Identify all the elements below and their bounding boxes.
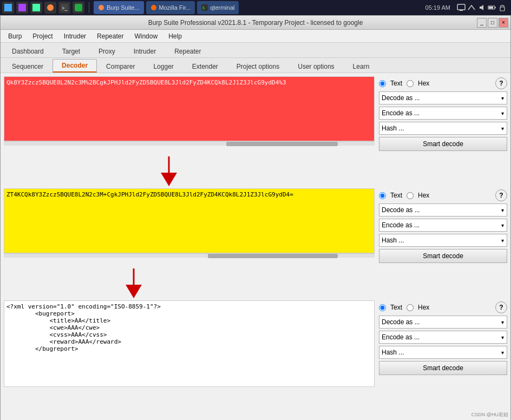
minimize-button[interactable]: _ — [477, 18, 487, 28]
menu-window[interactable]: Window — [129, 31, 163, 41]
encode-as-select-3[interactable]: Encode as ... — [379, 331, 507, 344]
radio-text-2[interactable] — [379, 192, 386, 199]
svg-rect-6 — [75, 4, 82, 11]
tab-dashboard[interactable]: Dashboard — [3, 45, 53, 57]
hash-select-3[interactable]: Hash ... — [379, 346, 507, 359]
taskbar-qterminal[interactable]: $ qterminal — [197, 1, 239, 14]
svg-text:$: $ — [202, 6, 205, 10]
svg-marker-18 — [161, 173, 177, 186]
taskbar: >_ Burp Suite... Mozilla Fir... $ qtermi… — [0, 0, 511, 15]
hash-select-1[interactable]: Hash ... — [379, 122, 507, 135]
radio-row-3: Text Hex ? — [379, 301, 507, 313]
hash-wrap-1: Hash ... — [379, 122, 507, 135]
maximize-button[interactable]: □ — [488, 18, 497, 28]
tab-proxy[interactable]: Proxy — [89, 45, 125, 57]
radio-hex-label-1: Hex — [418, 80, 429, 87]
window-controls: _ □ × — [477, 18, 508, 28]
menu-intruder[interactable]: Intruder — [58, 31, 91, 41]
svg-rect-15 — [495, 7, 496, 8]
encode-as-select-2[interactable]: Encode as ... — [379, 219, 507, 232]
decode-as-wrap-1: Decode as ... — [379, 91, 507, 104]
tab-decoder[interactable]: Decoder — [53, 59, 97, 73]
encode-as-select-1[interactable]: Encode as ... — [379, 107, 507, 120]
tabs-row-1: Dashboard Target Proxy Intruder Repeater — [1, 43, 510, 58]
tabs-row-2: Sequencer Decoder Comparer Logger Extend… — [1, 58, 510, 73]
radio-text-label-2: Text — [390, 192, 402, 199]
hash-select-2[interactable]: Hash ... — [379, 234, 507, 247]
tab-repeater[interactable]: Repeater — [165, 45, 210, 57]
decoder-panel-2: ZT4KCQk8Y3Zzcz5BQUE8L2N2c3M+CgkJPHJld2Fy… — [4, 188, 507, 263]
radio-hex-2[interactable] — [407, 192, 414, 199]
menu-burp[interactable]: Burp — [3, 31, 27, 41]
radio-text-3[interactable] — [379, 304, 386, 311]
svg-rect-12 — [460, 10, 463, 11]
tab-project-options[interactable]: Project options — [227, 60, 289, 73]
decoder-textarea-2[interactable]: ZT4KCQk8Y3Zzcz5BQUE8L2N2c3M+CgkJPHJld2Fy… — [4, 188, 375, 253]
tab-logger[interactable]: Logger — [144, 60, 182, 73]
svg-point-3 — [47, 4, 54, 11]
radio-hex-1[interactable] — [407, 80, 414, 87]
decoder-panel-1: Qk8Y3Zzcz5BQUE8L2N2c3M%2BCgkJPHJld2FyZD5… — [4, 76, 507, 151]
radio-text-1[interactable] — [379, 80, 386, 87]
svg-rect-1 — [18, 4, 26, 11]
taskbar-icon-1 — [2, 2, 14, 14]
svg-marker-20 — [126, 285, 142, 298]
window-titlebar: Burp Suite Professional v2021.8.1 - Temp… — [1, 16, 510, 30]
window-title: Burp Suite Professional v2021.8.1 - Temp… — [148, 19, 363, 27]
taskbar-icon-5: >_ — [58, 2, 70, 14]
decoder-panel-3: <?xml version="1.0" encoding="ISO-8859-1… — [4, 300, 507, 387]
taskbar-firefox[interactable]: Mozilla Fir... — [146, 1, 195, 14]
radio-row-2: Text Hex ? — [379, 189, 507, 201]
menu-project[interactable]: Project — [27, 31, 58, 41]
monitor-icon — [457, 3, 466, 12]
close-button[interactable]: × — [499, 18, 508, 28]
taskbar-icon-6 — [73, 2, 84, 14]
menu-help[interactable]: Help — [163, 31, 187, 41]
hash-wrap-2: Hash ... — [379, 234, 507, 247]
smart-decode-button-1[interactable]: Smart decode — [379, 137, 507, 151]
radio-text-label-3: Text — [390, 304, 402, 311]
svg-rect-0 — [4, 4, 12, 11]
scrollbar-1[interactable] — [4, 141, 375, 146]
decode-as-select-2[interactable]: Decode as ... — [379, 204, 507, 216]
decode-as-select-3[interactable]: Decode as ... — [379, 316, 507, 329]
decoder-left-3: <?xml version="1.0" encoding="ISO-8859-1… — [4, 300, 375, 387]
decode-as-select-1[interactable]: Decode as ... — [379, 91, 507, 104]
scrollbar-2[interactable] — [4, 253, 375, 258]
radio-hex-3[interactable] — [407, 304, 414, 311]
tab-user-options[interactable]: User options — [289, 60, 343, 73]
main-window: Burp Suite Professional v2021.8.1 - Temp… — [0, 15, 511, 420]
svg-point-7 — [99, 5, 104, 10]
decoder-textarea-3[interactable]: <?xml version="1.0" encoding="ISO-8859-1… — [4, 300, 375, 387]
decoder-textarea-1[interactable]: Qk8Y3Zzcz5BQUE8L2N2c3M%2BCgkJPHJld2FyZD5… — [4, 76, 375, 141]
taskbar-icon-2 — [16, 2, 28, 14]
help-button-3[interactable]: ? — [495, 301, 507, 313]
decode-as-wrap-3: Decode as ... — [379, 316, 507, 329]
decoder-left-2: ZT4KCQk8Y3Zzcz5BQUE8L2N2c3M+CgkJPHJld2Fy… — [4, 188, 375, 263]
help-button-1[interactable]: ? — [495, 77, 507, 89]
svg-text:>_: >_ — [62, 5, 68, 11]
help-button-2[interactable]: ? — [495, 189, 507, 201]
decoder-right-3: Text Hex ? Decode as ... Encode as ... — [379, 300, 507, 387]
tab-target[interactable]: Target — [53, 45, 89, 57]
tab-extender[interactable]: Extender — [183, 60, 227, 73]
svg-rect-11 — [457, 4, 465, 10]
smart-decode-button-2[interactable]: Smart decode — [379, 249, 507, 263]
encode-as-wrap-1: Encode as ... — [379, 107, 507, 120]
tab-intruder[interactable]: Intruder — [125, 45, 165, 57]
lock-icon — [498, 3, 507, 12]
tab-learn[interactable]: Learn — [344, 60, 379, 73]
menu-repeater[interactable]: Repeater — [91, 31, 129, 41]
taskbar-burpsuite[interactable]: Burp Suite... — [94, 1, 144, 14]
tab-sequencer[interactable]: Sequencer — [3, 60, 53, 73]
arrow-1 — [155, 156, 507, 186]
arrow-2 — [120, 268, 507, 298]
decode-as-wrap-2: Decode as ... — [379, 204, 507, 216]
volume-icon — [477, 3, 486, 12]
taskbar-icon-3 — [30, 2, 42, 14]
tab-comparer[interactable]: Comparer — [97, 60, 144, 73]
smart-decode-button-3[interactable]: Smart decode — [379, 361, 507, 375]
svg-point-8 — [151, 5, 156, 10]
decoder-right-1: Text Hex ? Decode as ... Encode as ... — [379, 76, 507, 151]
watermark: CSDN @HU若姐 — [471, 411, 508, 418]
